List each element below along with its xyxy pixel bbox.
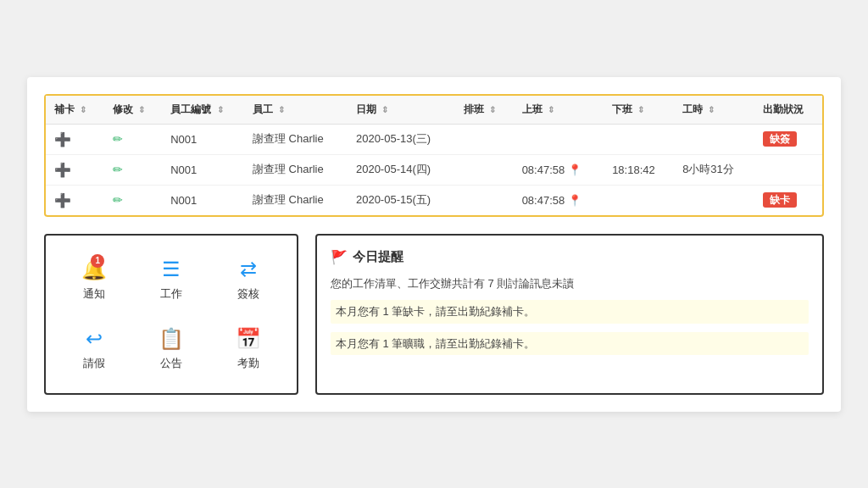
emp-name: 謝查理 Charlie [244,185,348,215]
col-date: 日期 ⇕ [348,96,455,125]
clock-in [514,124,604,154]
sort-icon-hours: ⇕ [708,105,715,114]
date: 2020-05-15(五) [348,185,455,215]
edit-button-1[interactable]: ✏ [113,163,123,176]
reminder-title: 今日提醒 [353,249,403,265]
attendance-table-wrapper: 補卡 ⇕ 修改 ⇕ 員工編號 ⇕ 員工 ⇕ 日期 ⇕ 排班 ⇕ 上班 ⇕ 下班 … [44,94,824,217]
attendance-table: 補卡 ⇕ 修改 ⇕ 員工編號 ⇕ 員工 ⇕ 日期 ⇕ 排班 ⇕ 上班 ⇕ 下班 … [46,96,822,215]
approve-label: 簽核 [237,286,259,302]
bottom-row: 1 🔔 通知 ☰ 工作 ⇄ 簽核 ↩ 請假 📋 公告 📅 考勤 🚩 今日提醒 您… [44,217,824,395]
menu-item-notify[interactable]: 1 🔔 通知 [59,249,128,310]
location-pin-in: 📍 [568,164,581,176]
shift [455,124,514,154]
reminder-item-2: 本月您有 1 筆曠職，請至出勤紀錄補卡。 [331,332,809,356]
work-hours [674,185,754,215]
status [754,154,822,185]
shift [455,154,514,185]
sort-icon-date: ⇕ [381,105,388,114]
main-container: 補卡 ⇕ 修改 ⇕ 員工編號 ⇕ 員工 ⇕ 日期 ⇕ 排班 ⇕ 上班 ⇕ 下班 … [27,77,841,412]
shift [455,185,514,215]
add-button-1[interactable]: ➕ [54,162,71,178]
col-add: 補卡 ⇕ [46,96,104,125]
menu-item-announce[interactable]: 📋 公告 [136,319,205,380]
col-emp-name: 員工 ⇕ [244,96,348,125]
sort-icon-emp-no: ⇕ [217,105,224,114]
leave-icon: ↩ [86,327,103,351]
menu-panel: 1 🔔 通知 ☰ 工作 ⇄ 簽核 ↩ 請假 📋 公告 📅 考勤 [44,234,298,395]
emp-no: N001 [162,185,244,215]
menu-item-attendance[interactable]: 📅 考勤 [214,319,283,380]
col-emp-no: 員工編號 ⇕ [162,96,244,125]
edit-button-2[interactable]: ✏ [113,193,123,207]
leave-label: 請假 [83,356,105,371]
reminder-flag-icon: 🚩 [331,249,348,265]
add-button-0[interactable]: ➕ [54,131,71,147]
status-badge: 缺簽 [763,131,797,147]
emp-name: 謝查理 Charlie [244,154,348,185]
announce-icon: 📋 [159,327,184,351]
notify-label: 通知 [83,286,105,302]
emp-no: N001 [162,154,244,185]
sort-icon-edit: ⇕ [138,105,145,114]
menu-item-approve[interactable]: ⇄ 簽核 [214,249,283,310]
emp-no: N001 [162,124,244,154]
edit-button-0[interactable]: ✏ [113,132,123,146]
menu-grid: 1 🔔 通知 ☰ 工作 ⇄ 簽核 ↩ 請假 📋 公告 📅 考勤 [59,249,283,380]
sort-icon-emp-name: ⇕ [278,105,285,114]
location-pin-in: 📍 [568,194,581,207]
col-shift: 排班 ⇕ [455,96,514,125]
sort-icon-shift: ⇕ [489,105,496,114]
menu-item-leave[interactable]: ↩ 請假 [59,319,128,380]
sort-icon-clock-out: ⇕ [637,105,644,114]
sort-icon-clock-in: ⇕ [548,105,554,114]
reminder-item-0: 您的工作清單、工作交辦共計有 7 則討論訊息未讀 [331,275,809,292]
table-row: ➕✏N001謝查理 Charlie2020-05-13(三)缺簽 [46,124,822,154]
clock-in: 08:47:58📍 [514,154,604,185]
add-button-2[interactable]: ➕ [54,192,71,208]
status-badge: 缺卡 [763,192,797,208]
table-row: ➕✏N001謝查理 Charlie2020-05-15(五)08:47:58📍缺… [46,185,822,215]
work-hours [674,124,754,154]
reminder-header: 🚩 今日提醒 [331,249,809,265]
announce-label: 公告 [160,356,182,371]
menu-item-work[interactable]: ☰ 工作 [136,249,205,310]
emp-name: 謝查理 Charlie [244,124,348,154]
col-clock-out: 下班 ⇕ [604,96,674,125]
status: 缺簽 [754,124,822,154]
col-edit: 修改 ⇕ [104,96,163,125]
work-icon: ☰ [162,258,181,281]
reminder-items: 您的工作清單、工作交辦共計有 7 則討論訊息未讀本月您有 1 筆缺卡，請至出勤紀… [331,275,809,356]
col-clock-in: 上班 ⇕ [514,96,604,125]
work-hours: 8小時31分 [674,154,754,185]
reminder-item-1: 本月您有 1 筆缺卡，請至出勤紀錄補卡。 [331,300,809,324]
clock-out: 18:18:42 [604,154,674,185]
table-row: ➕✏N001謝查理 Charlie2020-05-14(四)08:47:58📍1… [46,154,822,185]
date: 2020-05-14(四) [348,154,455,185]
work-label: 工作 [160,286,182,302]
clock-out [604,124,674,154]
status: 缺卡 [754,185,822,215]
clock-out [604,185,674,215]
reminder-panel: 🚩 今日提醒 您的工作清單、工作交辦共計有 7 則討論訊息未讀本月您有 1 筆缺… [315,234,824,395]
approve-icon: ⇄ [240,258,257,281]
notification-badge: 1 [91,254,104,268]
clock-in: 08:47:58📍 [514,185,604,215]
date: 2020-05-13(三) [348,124,455,154]
attendance-label: 考勤 [237,356,259,371]
col-hours: 工時 ⇕ [674,96,754,125]
sort-icon-add: ⇕ [80,105,86,114]
attendance-icon: 📅 [236,327,261,351]
col-status: 出勤狀況 [754,96,822,125]
